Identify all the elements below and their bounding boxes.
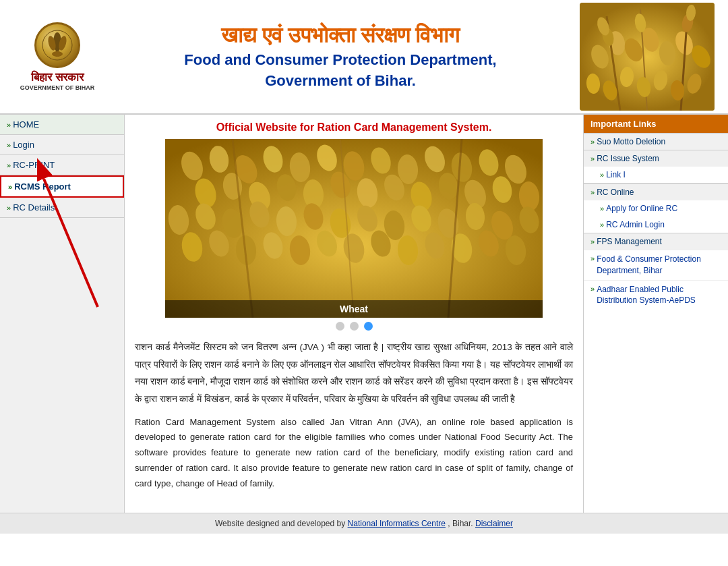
main-content: Official Website for Ration Card Managem… [125,115,583,513]
arrow-icon: » [590,285,595,293]
svg-point-5 [52,51,63,57]
arrow-icon: » [600,171,604,179]
sidebar-label-home: HOME [13,119,39,130]
food-consumer-label: Food & Consumer Protection Department, B… [597,254,721,277]
right-link-aepds[interactable]: » Aadhaar Enabled Public Distribution Sy… [584,280,728,310]
wheat-image-svg [165,139,543,318]
right-section-rc-online[interactable]: » RC Online [584,183,728,200]
header-title: खाद्य एवं उपभोक्ता संरक्षण विभाग Food an… [101,22,580,91]
carousel-dot-3[interactable] [364,322,373,331]
sidebar-item-rcms-report[interactable]: » RCMS Report [0,175,124,198]
header-logo: बिहार सरकार GOVERNMENT OF BIHAR [13,22,101,91]
right-section-suo-motto[interactable]: » Suo Motto Deletion [584,133,728,150]
sidebar-item-rc-print[interactable]: » RC-PRINT [0,155,124,175]
suo-motto-label: Suo Motto Deletion [597,137,665,146]
arrow-icon: » [8,183,12,191]
aepds-label: Aadhaar Enabled Public Distribution Syst… [597,284,721,307]
sidebar-item-rc-details[interactable]: » RC Details [0,198,124,218]
sidebar-label-login: Login [13,140,34,150]
eng-paragraph: Ration Card Management System also calle… [135,415,573,492]
disclaimer-link[interactable]: Disclaimer [475,519,513,528]
important-links-header: Important Links [584,115,728,133]
sidebar-label-rc-details: RC Details [13,202,55,213]
footer: Website designed and developed by Nation… [0,513,728,534]
arrow-icon: » [7,204,11,212]
carousel-image: Wheat [165,139,543,318]
arrow-icon: » [600,221,604,229]
page-title: Official Website for Ration Card Managem… [135,121,573,134]
right-link-rc-admin-login[interactable]: » RC Admin Login [584,217,728,233]
arrow-icon: » [7,141,11,149]
right-sidebar: Important Links » Suo Motto Deletion » R… [583,115,728,513]
arrow-icon: » [590,188,595,196]
footer-text-before: Website designed and developed by [215,519,348,528]
header-title-eng-line2: Government of Bihar. [108,71,573,92]
arrow-icon: » [590,154,595,163]
arrow-icon: » [7,121,11,129]
footer-text-middle: , Bihar. [448,519,475,528]
rc-online-label: RC Online [597,188,634,197]
carousel-label: Wheat [165,300,543,318]
header-wheat-image [580,3,715,111]
sidebar-item-home[interactable]: » HOME [0,115,124,135]
header-title-eng-line1: Food and Consumer Protection Department, [108,50,573,71]
sidebar-label-rc-print: RC-PRINT [13,160,55,170]
logo-eng-text: GOVERNMENT OF BIHAR [13,84,101,91]
header-title-hindi: खाद्य एवं उपभोक्ता संरक्षण विभाग [108,22,573,50]
sidebar-item-login[interactable]: » Login [0,135,124,155]
wheat-decoration [580,3,715,111]
right-link-food-consumer[interactable]: » Food & Consumer Protection Department,… [584,250,728,280]
carousel-dot-2[interactable] [350,322,359,331]
content-text: राशन कार्ड मैनेजमेंट सिस्टम को जन वितरण … [135,339,573,491]
hindi-paragraph: राशन कार्ड मैनेजमेंट सिस्टम को जन वितरण … [135,339,573,408]
arrow-icon: » [590,254,595,262]
logo-hindi-text: बिहार सरकार [13,71,101,84]
rc-admin-login-label: RC Admin Login [606,220,665,229]
emblem-icon [34,22,80,68]
right-section-fps[interactable]: » FPS Management [584,233,728,250]
carousel: Wheat [165,139,543,331]
arrow-icon: » [7,161,11,169]
sidebar-label-rcms-report: RCMS Report [14,181,71,192]
sidebar: » HOME » Login » RC-PRINT » RCMS Report … [0,115,125,513]
arrow-icon: » [590,237,595,246]
arrow-icon: » [600,204,604,213]
fps-label: FPS Management [597,237,662,246]
carousel-dots[interactable] [165,322,543,331]
arrow-icon: » [590,138,595,146]
right-link-link-i[interactable]: » Link I [584,167,728,183]
emblem-svg [40,28,74,62]
nic-link[interactable]: National Informatics Centre [348,519,446,528]
header: बिहार सरकार GOVERNMENT OF BIHAR खाद्य एव… [0,0,728,115]
right-link-apply-online-rc[interactable]: » Apply for Online RC [584,200,728,217]
apply-online-rc-label: Apply for Online RC [606,204,677,213]
carousel-dot-1[interactable] [336,322,344,331]
link-i-label: Link I [606,170,626,179]
rc-issue-label: RC Issue System [597,154,659,163]
right-section-rc-issue[interactable]: » RC Issue System [584,150,728,167]
